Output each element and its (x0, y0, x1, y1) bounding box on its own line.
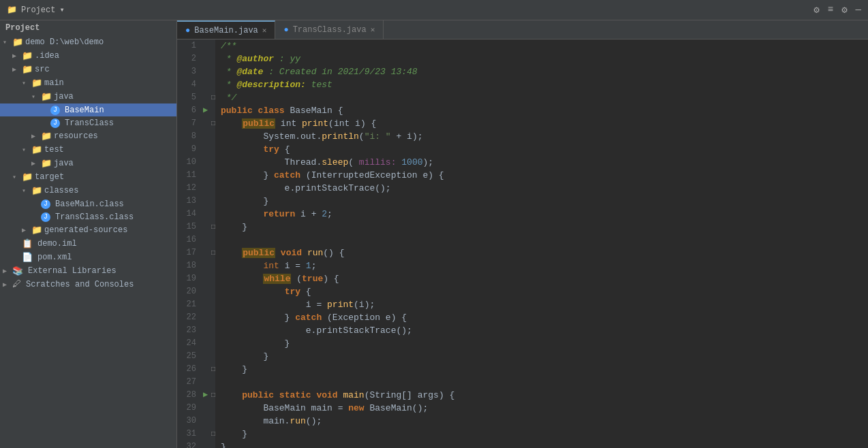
sidebar-item-main[interactable]: ▾📁main (0, 76, 176, 90)
line-num-18: 18 (183, 259, 196, 272)
tree-icon-resources: 📁 (41, 131, 52, 142)
line-num-25: 25 (183, 350, 196, 363)
config-icon[interactable]: ⚙ (841, 4, 847, 16)
code-line-4: * @description: test (221, 78, 863, 91)
run-arrow-6: ▶ (203, 104, 208, 117)
sidebar-title: Project (5, 23, 40, 33)
line-num-26: 26 (183, 363, 196, 376)
tree-label-resources: resources (54, 131, 98, 141)
tree-icon-basemain-class: J (41, 199, 52, 209)
gutter-cell-6: ▶ (202, 104, 215, 117)
tree-icon-generated: 📁 (31, 225, 42, 236)
fold-icon-5[interactable]: □ (211, 91, 215, 104)
gutter-cell-4 (202, 78, 215, 91)
sidebar-item-demo-iml[interactable]: 📋demo.iml (0, 237, 176, 251)
sidebar-item-test-java[interactable]: ▶📁java (0, 157, 176, 170)
sidebar-item-target[interactable]: ▾📁target (0, 170, 176, 184)
line-num-2: 2 (183, 52, 196, 65)
fold-icon-7[interactable]: □ (211, 117, 215, 130)
run-arrow-28: ▶ (203, 389, 208, 402)
tree-label-generated: generated-sources (44, 225, 127, 235)
sidebar-header: Project (0, 20, 176, 35)
line-num-23: 23 (183, 324, 196, 337)
code-line-15: } (221, 221, 863, 234)
line-num-32: 32 (183, 441, 196, 448)
sidebar-item-src[interactable]: ▶📁src (0, 63, 176, 76)
gutter-cell-21 (202, 298, 215, 311)
code-editor[interactable]: 1234567891011121314151617181920212223242… (177, 39, 868, 448)
gutter: □▶□□□□▶□□ (202, 39, 215, 448)
sidebar-item-transclass[interactable]: JTransClass (0, 116, 176, 129)
title-bar: 📁 Project ▾ ⚙ ≡ ⚙ — (0, 0, 868, 20)
sidebar-item-generated[interactable]: ▶📁generated-sources (0, 223, 176, 237)
code-line-12: e.printStackTrace(); (221, 182, 863, 195)
line-num-1: 1 (183, 39, 196, 52)
menu-icon[interactable]: ≡ (828, 4, 833, 16)
sidebar-item-test[interactable]: ▾📁test (0, 143, 176, 157)
title-dropdown-arrow[interactable]: ▾ (59, 5, 64, 15)
line-num-30: 30 (183, 415, 196, 428)
fold-icon-31[interactable]: □ (211, 428, 215, 441)
sidebar-item-idea[interactable]: ▶📁.idea (0, 49, 176, 63)
tree-label-test-java: java (54, 159, 74, 168)
sidebar-item-pom-xml[interactable]: 📄pom.xml (0, 251, 176, 264)
code-line-25: } (221, 350, 863, 363)
tab-basemain[interactable]: ● BaseMain.java ✕ (177, 20, 275, 39)
tree-icon-classes: 📁 (31, 185, 42, 196)
gutter-cell-5: □ (202, 91, 215, 104)
sidebar-item-ext-libs[interactable]: ▶📚External Libraries (0, 264, 176, 278)
line-num-22: 22 (183, 311, 196, 324)
line-num-14: 14 (183, 208, 196, 221)
gutter-cell-31: □ (202, 428, 215, 441)
gutter-cell-15: □ (202, 221, 215, 234)
tree-icon-demo: 📁 (12, 37, 23, 48)
gutter-cell-26: □ (202, 363, 215, 376)
fold-icon-28[interactable]: □ (211, 389, 215, 402)
sidebar-item-transclass-class[interactable]: JTransClass.class (0, 210, 176, 223)
sidebar-item-scratches[interactable]: ▶🖊Scratches and Consoles (0, 278, 176, 291)
gutter-cell-22 (202, 311, 215, 324)
code-line-28: public static void main(String[] args) { (221, 389, 863, 402)
code-line-26: } (221, 363, 863, 376)
tree-arrow-generated: ▶ (22, 226, 31, 234)
sidebar-item-demo[interactable]: ▾📁demo D:\web\demo (0, 35, 176, 49)
code-line-2: * @author : yy (221, 52, 863, 65)
tree-arrow-demo: ▾ (3, 38, 12, 46)
fold-icon-26[interactable]: □ (211, 363, 215, 376)
tree-label-main: main (44, 78, 64, 88)
file-tree: ▾📁demo D:\web\demo▶📁.idea▶📁src▾📁main▾📁ja… (0, 35, 176, 291)
line-num-15: 15 (183, 221, 196, 234)
tree-arrow-ext-libs: ▶ (3, 267, 12, 275)
tab-transclass[interactable]: ● TransClass.java ✕ (275, 20, 384, 39)
tree-arrow-scratches: ▶ (3, 281, 12, 289)
tree-arrow-target: ▾ (12, 173, 22, 181)
editor-area: ● BaseMain.java ✕ ● TransClass.java ✕ 12… (177, 20, 868, 448)
tree-arrow-java: ▾ (31, 93, 41, 101)
tab-close-transclass[interactable]: ✕ (371, 25, 375, 34)
tree-label-transclass: TransClass (65, 118, 114, 128)
tab-bar: ● BaseMain.java ✕ ● TransClass.java ✕ (177, 20, 868, 39)
line-num-7: 7 (183, 117, 196, 130)
sidebar-item-classes[interactable]: ▾📁classes (0, 184, 176, 197)
gutter-cell-25 (202, 350, 215, 363)
sidebar-item-basemain-class[interactable]: JBaseMain.class (0, 197, 176, 210)
tree-label-transclass-class: TransClass.class (55, 212, 134, 222)
code-line-21: i = print(i); (221, 298, 863, 311)
line-num-16: 16 (183, 234, 196, 246)
line-numbers: 1234567891011121314151617181920212223242… (177, 39, 202, 448)
code-line-20: try { (221, 285, 863, 298)
code-content[interactable]: /** * @author : yy * @date : Created in … (215, 39, 868, 448)
code-line-11: } catch (InterruptedException e) { (221, 169, 863, 182)
gutter-cell-18 (202, 259, 215, 272)
fold-icon-17[interactable]: □ (211, 246, 215, 259)
sidebar-item-basemain[interactable]: JBaseMain (0, 103, 176, 116)
tab-close-basemain[interactable]: ✕ (262, 26, 267, 35)
fold-icon-15[interactable]: □ (211, 221, 215, 234)
gutter-cell-20 (202, 285, 215, 298)
sidebar-item-java[interactable]: ▾📁java (0, 90, 176, 103)
sidebar-item-resources[interactable]: ▶📁resources (0, 129, 176, 143)
minimize-icon[interactable]: — (856, 4, 861, 16)
code-line-24: } (221, 337, 863, 350)
title-bar-icons: ⚙ ≡ ⚙ — (813, 4, 861, 16)
settings-icon[interactable]: ⚙ (813, 4, 819, 16)
